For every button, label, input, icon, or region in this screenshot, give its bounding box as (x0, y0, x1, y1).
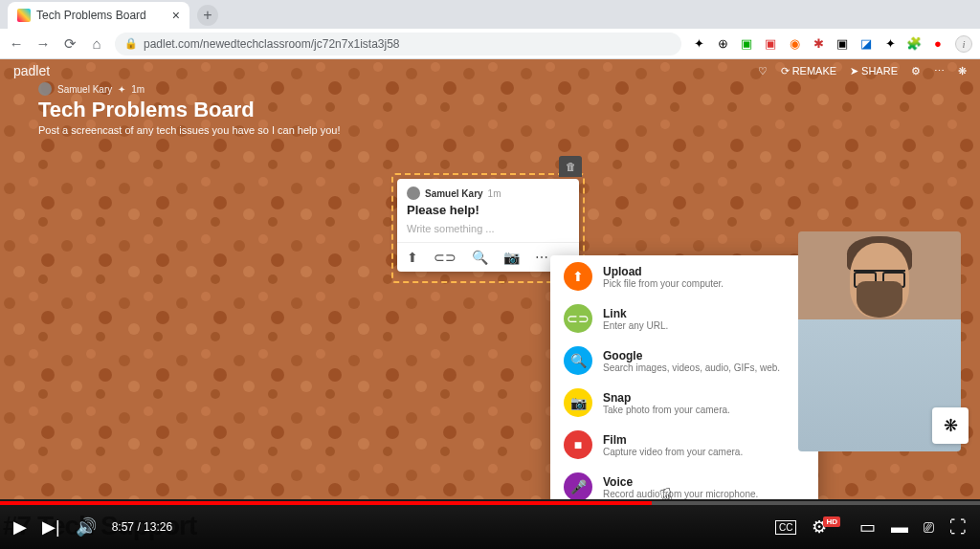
board-time: 1m (131, 84, 145, 95)
fullscreen-button[interactable]: ⛶ (949, 517, 967, 538)
more-icon[interactable]: ⋯ (934, 65, 945, 77)
attach-desc: Enter any URL. (603, 320, 668, 331)
attach-desc: Record audio from your microphone. (603, 489, 758, 499)
ext-icon[interactable]: ◉ (787, 36, 802, 52)
voice-icon: 🎤 (564, 472, 592, 499)
theater-button[interactable]: ▬ (891, 517, 908, 538)
play-button[interactable]: ▶ (13, 516, 27, 538)
attach-title: Voice (603, 475, 758, 489)
link-icon: ⊂⊃ (564, 304, 592, 333)
attach-option-voice[interactable]: 🎤VoiceRecord audio from your microphone. (550, 466, 818, 499)
ext-icon[interactable]: ✦ (691, 36, 706, 52)
film-icon: ■ (564, 430, 592, 459)
browser-tab-strip: Tech Problems Board × + (0, 0, 980, 29)
ext-icon[interactable]: ▣ (763, 36, 778, 52)
padlet-badge[interactable]: ❋ (932, 407, 969, 444)
home-button[interactable]: ⌂ (88, 35, 105, 53)
close-tab-icon[interactable]: × (172, 8, 180, 23)
attach-desc: Capture video from your camera. (603, 447, 743, 457)
settings-button[interactable]: ⚙HD (812, 516, 844, 538)
post-author-avatar (407, 187, 420, 200)
ext-icon[interactable]: ● (930, 36, 946, 52)
attach-title: Link (603, 307, 668, 320)
attach-option-google[interactable]: 🔍GoogleSearch images, videos, audio, GIF… (550, 340, 818, 382)
attachment-menu: ⬆UploadPick file from your computer.⊂⊃Li… (550, 255, 818, 499)
attach-option-upload[interactable]: ⬆UploadPick file from your computer. (550, 255, 818, 297)
ext-icon[interactable]: ▣ (835, 36, 850, 52)
delete-post-button[interactable]: 🗑 (559, 156, 582, 177)
board-title: Tech Problems Board (38, 98, 942, 122)
post-time: 1m (488, 188, 501, 199)
attach-title: Film (603, 433, 743, 447)
post-author: Samuel Kary (425, 188, 483, 199)
share-button[interactable]: ➤ SHARE (850, 65, 898, 77)
video-time: 8:57 / 13:26 (112, 520, 172, 534)
cc-button[interactable]: CC (775, 520, 796, 535)
attach-title: Snap (603, 391, 730, 405)
attach-option-snap[interactable]: 📷SnapTake photo from your camera. (550, 382, 818, 424)
settings-icon[interactable]: ⚙ (911, 65, 921, 77)
video-controls: ▶ ▶| 🔊 8:57 / 13:26 CC ⚙HD ▭ ▬ ⎚ ⛶ (0, 505, 980, 549)
attach-desc: Search images, videos, audio, GIFs, web. (603, 362, 780, 373)
board-header: Samuel Kary ✦ 1m Tech Problems Board Pos… (0, 82, 980, 142)
miniplayer-button[interactable]: ▭ (859, 516, 876, 538)
upload-icon: ⬆ (564, 262, 592, 291)
ext-icon[interactable]: ✦ (882, 36, 898, 52)
padlet-flower-icon[interactable]: ❋ (958, 65, 967, 77)
cast-button[interactable]: ⎚ (924, 517, 934, 538)
reload-button[interactable]: ⟳ (61, 35, 78, 53)
attach-option-film[interactable]: ■FilmCapture video from your camera. (550, 424, 818, 466)
attach-desc: Take photo from your camera. (603, 405, 730, 415)
attach-title: Google (603, 349, 780, 362)
more-attach-icon[interactable]: ⋯ (535, 250, 548, 265)
like-button[interactable]: ♡ (758, 65, 768, 77)
padlet-board: padlet ♡ ⟳ REMAKE ➤ SHARE ⚙ ⋯ ❋ Samuel K… (0, 59, 980, 499)
attach-option-link[interactable]: ⊂⊃LinkEnter any URL. (550, 297, 818, 340)
attach-title: Upload (603, 265, 724, 278)
attach-desc: Pick file from your computer. (603, 278, 724, 289)
upload-icon[interactable]: ⬆ (407, 250, 418, 265)
google-icon: 🔍 (564, 346, 592, 375)
url-text: padlet.com/newedtechclassroom/jc72n7x1is… (144, 37, 400, 51)
padlet-logo[interactable]: padlet (13, 63, 50, 78)
ext-icon[interactable]: ▣ (739, 36, 754, 52)
board-author: Samuel Kary (57, 84, 112, 95)
ext-icon[interactable]: ◪ (858, 36, 874, 52)
info-icon[interactable]: i (955, 35, 972, 53)
search-icon[interactable]: 🔍 (472, 250, 488, 265)
ext-icon[interactable]: ✱ (811, 36, 826, 52)
link-icon[interactable]: ⊂⊃ (434, 250, 457, 265)
snap-icon: 📷 (564, 388, 592, 417)
back-button[interactable]: ← (8, 35, 25, 53)
ext-icon[interactable]: 🧩 (906, 36, 922, 52)
post-body-input[interactable]: Write something ... (397, 223, 579, 242)
camera-icon[interactable]: 📷 (503, 250, 520, 265)
board-subtitle: Post a screencast of any tech issues you… (38, 124, 942, 136)
author-avatar (38, 82, 52, 96)
next-button[interactable]: ▶| (42, 516, 60, 538)
padlet-top-bar: padlet ♡ ⟳ REMAKE ➤ SHARE ⚙ ⋯ ❋ (0, 59, 980, 82)
browser-toolbar: ← → ⟳ ⌂ 🔒 padlet.com/newedtechclassroom/… (0, 29, 980, 59)
lock-icon: 🔒 (124, 37, 138, 50)
post-title[interactable]: Please help! (397, 203, 579, 223)
remake-button[interactable]: ⟳ REMAKE (781, 65, 836, 77)
forward-button[interactable]: → (34, 35, 52, 53)
new-tab-button[interactable]: + (197, 5, 218, 26)
extension-icons: ✦ ⊕ ▣ ▣ ◉ ✱ ▣ ◪ ✦ 🧩 ● (691, 36, 946, 52)
tab-title: Tech Problems Board (36, 9, 146, 22)
address-bar[interactable]: 🔒 padlet.com/newedtechclassroom/jc72n7x1… (115, 33, 681, 55)
volume-button[interactable]: 🔊 (76, 516, 97, 538)
browser-tab[interactable]: Tech Problems Board × (8, 2, 189, 29)
ext-icon[interactable]: ⊕ (715, 36, 730, 52)
favicon (17, 9, 31, 22)
